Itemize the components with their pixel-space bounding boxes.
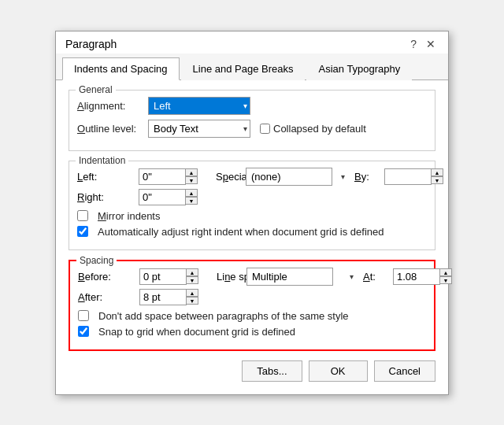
- line-spacing-label: Line spacing:: [217, 271, 240, 283]
- outline-select[interactable]: Body Text Level 1 Level 2 Level 3: [148, 120, 250, 138]
- before-down-btn[interactable]: ▼: [186, 276, 198, 284]
- mirror-checkbox[interactable]: [77, 210, 88, 221]
- snap-label: Snap to grid when document grid is defin…: [98, 326, 295, 338]
- outline-select-wrapper: Body Text Level 1 Level 2 Level 3 ▾: [148, 120, 250, 138]
- after-up-btn[interactable]: ▲: [186, 289, 198, 297]
- at-spinner-buttons: ▲ ▼: [439, 268, 452, 284]
- at-spinner: ▲ ▼: [393, 268, 464, 285]
- no-space-label: Don't add space between paragraphs of th…: [98, 310, 349, 322]
- right-up-btn[interactable]: ▲: [185, 189, 198, 197]
- right-spinner-buttons: ▲ ▼: [185, 189, 198, 205]
- at-label: At:: [363, 271, 387, 283]
- auto-adjust-checkbox[interactable]: [77, 226, 88, 237]
- by-down-btn[interactable]: ▼: [431, 176, 443, 184]
- tab-asian-typography[interactable]: Asian Typography: [306, 57, 412, 80]
- by-spinner-buttons: ▲ ▼: [431, 168, 443, 184]
- indentation-section: Indentation Left: ▲ ▼ Special: (none) Fi…: [69, 161, 435, 250]
- snap-checkbox[interactable]: [78, 326, 89, 337]
- by-label: By:: [354, 171, 378, 183]
- dialog-content: General Alignment: Left Centered Right J…: [56, 80, 448, 394]
- tab-bar: Indents and Spacing Line and Page Breaks…: [56, 54, 448, 80]
- line-spacing-select[interactable]: Single 1.5 lines Double At least Exactly…: [246, 268, 333, 286]
- before-spinner: ▲ ▼: [139, 268, 210, 285]
- alignment-row: Alignment: Left Centered Right Justified…: [77, 97, 427, 115]
- special-select[interactable]: (none) First line Hanging: [246, 168, 332, 186]
- left-label: Left:: [77, 171, 132, 183]
- line-spacing-select-wrapper: Single 1.5 lines Double At least Exactly…: [246, 268, 357, 286]
- spacing-section: Spacing Before: ▲ ▼ Line spacing: Single…: [69, 260, 435, 351]
- special-label: Special:: [216, 171, 239, 183]
- no-space-row: Don't add space between paragraphs of th…: [78, 310, 426, 322]
- left-down-btn[interactable]: ▼: [185, 176, 198, 184]
- left-spinner: ▲ ▼: [139, 168, 209, 185]
- help-button[interactable]: ?: [407, 39, 420, 50]
- at-input[interactable]: [393, 268, 440, 285]
- general-title: General: [76, 84, 116, 95]
- by-up-btn[interactable]: ▲: [431, 168, 443, 176]
- collapsed-checkbox[interactable]: [260, 124, 270, 134]
- cancel-button[interactable]: Cancel: [374, 360, 435, 382]
- after-spinner: ▲ ▼: [139, 289, 210, 305]
- title-bar: Paragraph ? ✕: [56, 31, 448, 54]
- right-input[interactable]: [139, 189, 186, 205]
- before-spinner-buttons: ▲ ▼: [186, 268, 198, 284]
- left-up-btn[interactable]: ▲: [185, 168, 198, 176]
- right-label: Right:: [77, 191, 132, 203]
- tab-indents-spacing[interactable]: Indents and Spacing: [62, 57, 180, 80]
- after-input[interactable]: [139, 289, 187, 305]
- title-bar-buttons: ? ✕: [407, 39, 439, 50]
- outline-row: Outline level: Body Text Level 1 Level 2…: [77, 120, 427, 138]
- by-input[interactable]: [384, 168, 432, 185]
- before-up-btn[interactable]: ▲: [186, 268, 198, 276]
- right-spinner: ▲ ▼: [139, 189, 209, 205]
- tab-line-page-breaks[interactable]: Line and Page Breaks: [181, 57, 306, 80]
- snap-row: Snap to grid when document grid is defin…: [78, 326, 426, 338]
- special-dropdown-icon: ▾: [341, 172, 345, 181]
- general-section: General Alignment: Left Centered Right J…: [69, 90, 435, 151]
- special-select-wrapper: (none) First line Hanging ▾: [246, 168, 348, 186]
- mirror-row: Mirror indents: [77, 210, 427, 222]
- close-button[interactable]: ✕: [423, 39, 439, 50]
- dialog-title: Paragraph: [65, 38, 117, 50]
- line-spacing-dropdown-icon: ▾: [350, 272, 354, 281]
- alignment-select[interactable]: Left Centered Right Justified: [148, 97, 250, 115]
- by-spinner: ▲ ▼: [384, 168, 455, 185]
- collapsed-label: Collapsed by default: [273, 123, 366, 135]
- after-label: After:: [78, 291, 133, 303]
- auto-adjust-row: Automatically adjust right indent when d…: [77, 226, 427, 238]
- auto-adjust-label: Automatically adjust right indent when d…: [98, 226, 384, 238]
- tabs-button[interactable]: Tabs...: [242, 360, 302, 382]
- after-spinner-buttons: ▲ ▼: [186, 289, 198, 305]
- ok-button[interactable]: OK: [309, 360, 368, 382]
- at-down-btn[interactable]: ▼: [439, 276, 452, 284]
- at-up-btn[interactable]: ▲: [439, 268, 452, 276]
- before-input[interactable]: [139, 268, 187, 285]
- alignment-select-wrapper: Left Centered Right Justified ▾: [148, 97, 250, 115]
- button-row: Tabs... OK Cancel: [69, 360, 435, 382]
- outline-label: Outline level:: [77, 123, 148, 135]
- no-space-checkbox[interactable]: [78, 310, 89, 321]
- mirror-label: Mirror indents: [98, 210, 160, 222]
- after-down-btn[interactable]: ▼: [186, 297, 198, 305]
- left-spinner-buttons: ▲ ▼: [185, 168, 198, 184]
- spacing-title: Spacing: [76, 255, 117, 266]
- left-input[interactable]: [139, 168, 186, 185]
- indentation-title: Indentation: [76, 155, 128, 166]
- right-down-btn[interactable]: ▼: [185, 197, 198, 205]
- before-label: Before:: [78, 271, 133, 283]
- alignment-label: Alignment:: [77, 100, 148, 112]
- paragraph-dialog: Paragraph ? ✕ Indents and Spacing Line a…: [55, 31, 449, 395]
